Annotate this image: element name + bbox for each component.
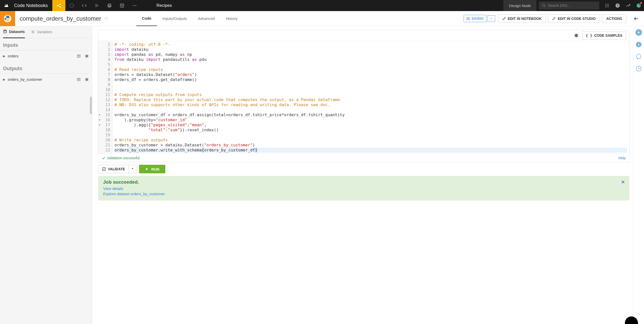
svg-point-10 xyxy=(136,5,136,6)
run-bar: VALIDATE RUN xyxy=(98,165,629,173)
more-icon[interactable] xyxy=(128,0,141,11)
logo-bird-icon[interactable] xyxy=(0,3,13,8)
svg-rect-27 xyxy=(77,78,80,81)
sidebar-tab-variables[interactable]: Variables xyxy=(31,30,52,34)
save-icon xyxy=(466,17,470,20)
right-rail: + i xyxy=(633,26,644,324)
svg-point-17 xyxy=(608,5,609,6)
flow-icon[interactable] xyxy=(65,0,78,11)
job-result-box: Job succeeded. View details Explore data… xyxy=(98,176,629,200)
explore-dataset-link[interactable]: Explore dataset orders_by_customer xyxy=(103,192,624,196)
svg-text:?: ? xyxy=(617,4,618,7)
pencil-icon xyxy=(502,17,506,20)
caret-right-icon: ▶ xyxy=(3,54,5,58)
refresh-icon[interactable] xyxy=(104,16,109,21)
svg-point-3 xyxy=(70,4,74,8)
recipe-name: compute_orders_by_customer xyxy=(15,15,104,22)
clock-icon[interactable] xyxy=(635,65,642,72)
validation-message: Validation successful xyxy=(107,156,140,160)
edit-in-code-studio-button[interactable]: EDIT IN CODE STUDIO xyxy=(548,14,600,23)
table-icon[interactable] xyxy=(77,77,81,82)
subtab-advanced[interactable]: Advanced xyxy=(192,11,220,26)
chat-icon[interactable] xyxy=(635,53,642,60)
recipe-python-icon xyxy=(0,11,15,26)
topbar: Code Notebooks Recipes Design Node Searc… xyxy=(0,0,644,11)
gear-icon[interactable] xyxy=(85,77,89,82)
svg-point-20 xyxy=(608,7,609,7)
close-icon[interactable]: ✕ xyxy=(621,179,625,185)
validate-dropdown[interactable] xyxy=(129,165,137,173)
svg-point-8 xyxy=(133,5,134,6)
nav-tab-recipes[interactable]: Recipes xyxy=(151,0,177,11)
caret-up-icon xyxy=(131,167,134,170)
share-button[interactable] xyxy=(52,0,65,11)
job-title: Job succeeded. xyxy=(103,179,624,185)
project-title[interactable]: Code Notebooks xyxy=(13,3,52,8)
info-icon[interactable]: i xyxy=(635,41,642,48)
code-lines[interactable]: # -*- coding: utf-8 -*-import dataikuimp… xyxy=(112,41,629,154)
svg-point-18 xyxy=(605,7,606,7)
code-icon[interactable] xyxy=(78,0,91,11)
chevron-down-icon xyxy=(490,17,493,20)
svg-point-19 xyxy=(607,7,608,7)
svg-point-12 xyxy=(605,4,606,5)
help-link[interactable]: Help xyxy=(618,156,626,160)
search-icon xyxy=(542,4,546,8)
database-icon xyxy=(3,29,7,33)
sidebar-tab-datasets[interactable]: Datasets xyxy=(3,26,25,38)
svg-point-13 xyxy=(607,4,608,5)
editor-settings-icon[interactable] xyxy=(574,33,579,38)
view-details-link[interactable]: View details xyxy=(103,186,624,191)
notification-dot xyxy=(640,2,642,4)
search-input[interactable]: Search DSS... xyxy=(539,2,599,10)
edit-in-notebook-button[interactable]: EDIT IN NOTEBOOK xyxy=(498,14,546,23)
caret-right-icon: ▶ xyxy=(3,78,5,81)
design-node-badge[interactable]: Design Node xyxy=(503,0,536,11)
play-icon xyxy=(145,167,149,171)
svg-text:i: i xyxy=(638,43,639,47)
notifications-icon[interactable] xyxy=(633,0,644,11)
subtab-history[interactable]: History xyxy=(220,11,243,26)
gear-icon[interactable] xyxy=(85,54,89,58)
table-icon[interactable] xyxy=(77,54,81,58)
input-dataset-item[interactable]: ▶ orders xyxy=(0,50,92,62)
line-gutter: 123456789101112131415▼16▼17▼1819202122 xyxy=(98,41,112,154)
validate-button[interactable]: VALIDATE xyxy=(98,165,129,173)
svg-point-11 xyxy=(542,4,545,6)
add-icon[interactable]: + xyxy=(635,29,642,36)
subtabs: Code Inputs/Outputs Advanced History xyxy=(136,11,243,26)
outputs-section-title: Outputs xyxy=(0,62,89,74)
actions-button[interactable]: ACTIONS xyxy=(602,14,626,23)
check-icon xyxy=(102,156,105,160)
code-samples-button[interactable]: { } CODE SAMPLES xyxy=(582,31,626,39)
content-area: { } CODE SAMPLES 123456789101112131415▼1… xyxy=(92,26,633,324)
print-icon[interactable] xyxy=(103,0,116,11)
svg-rect-28 xyxy=(102,168,105,171)
sidebar-tabs: Datasets Variables xyxy=(0,26,92,38)
saved-indicator[interactable]: SAVED! xyxy=(464,15,486,22)
play-icon[interactable] xyxy=(91,0,103,11)
svg-point-25 xyxy=(4,30,7,31)
code-editor-wrap: { } CODE SAMPLES 123456789101112131415▼1… xyxy=(98,30,629,162)
svg-point-16 xyxy=(607,5,608,6)
list-icon xyxy=(31,30,35,34)
trend-icon[interactable] xyxy=(623,0,633,11)
svg-point-31 xyxy=(636,54,641,59)
code-header: { } CODE SAMPLES xyxy=(98,30,629,41)
subtab-inputs-outputs[interactable]: Inputs/Outputs xyxy=(157,11,193,26)
output-dataset-item[interactable]: ▶ orders_by_customer xyxy=(0,74,92,85)
back-arrow[interactable] xyxy=(628,16,644,21)
subtab-code[interactable]: Code xyxy=(136,11,157,26)
dashboard-icon[interactable] xyxy=(116,0,128,11)
saved-dropdown[interactable] xyxy=(488,15,495,22)
arrow-left-icon xyxy=(633,16,639,21)
svg-point-15 xyxy=(605,5,606,6)
main: Datasets Variables Inputs ▶ orders Outpu… xyxy=(0,26,644,324)
help-icon[interactable]: ? xyxy=(612,0,623,11)
subheader: compute_orders_by_customer Code Inputs/O… xyxy=(0,11,644,26)
apps-icon[interactable] xyxy=(602,0,612,11)
inputs-section-title: Inputs xyxy=(0,38,89,50)
code-editor[interactable]: 123456789101112131415▼16▼17▼1819202122 #… xyxy=(98,41,629,154)
svg-rect-26 xyxy=(77,55,80,57)
run-button[interactable]: RUN xyxy=(139,165,166,173)
